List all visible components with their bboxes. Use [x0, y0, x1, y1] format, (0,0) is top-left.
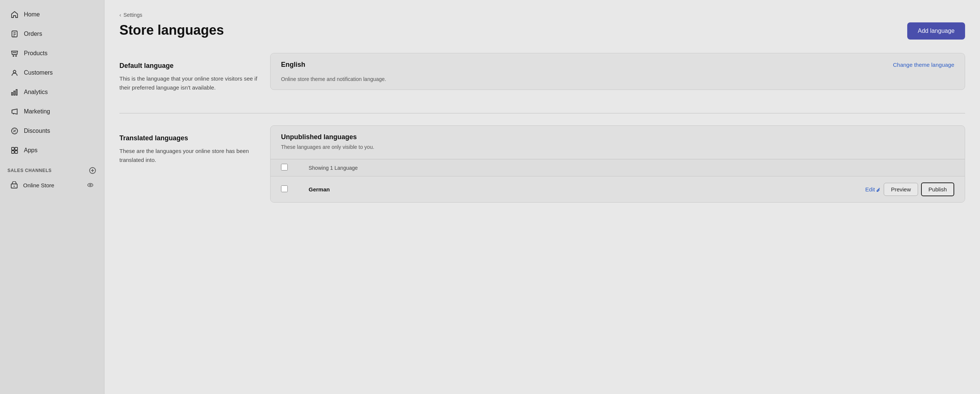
translated-languages-desc: Translated languages These are the langu…	[119, 126, 261, 173]
marketing-icon	[10, 108, 19, 116]
sidebar-item-analytics[interactable]: Analytics	[3, 83, 101, 102]
default-language-title: Default language	[119, 62, 261, 70]
home-icon	[10, 10, 19, 19]
breadcrumb[interactable]: ‹ Settings	[119, 12, 965, 18]
unpublished-card-header: Unpublished languages These languages ar…	[270, 126, 965, 159]
row-checkbox-cell	[270, 176, 298, 203]
default-language-section: Default language This is the language th…	[119, 53, 965, 101]
sidebar-item-products[interactable]: Products	[3, 44, 101, 63]
sidebar-item-discounts[interactable]: Discounts	[3, 122, 101, 140]
page-header: Store languages Add language	[119, 22, 965, 40]
change-theme-language-link[interactable]: Change theme language	[893, 62, 954, 68]
svg-point-13	[13, 130, 14, 130]
svg-point-25	[89, 184, 91, 186]
german-language-name: German	[298, 176, 558, 203]
german-checkbox[interactable]	[281, 186, 288, 192]
sidebar-item-apps[interactable]: Apps	[3, 141, 101, 160]
default-language-name: English	[281, 61, 305, 69]
svg-point-5	[16, 56, 16, 56]
store-icon	[10, 181, 18, 189]
svg-rect-18	[15, 151, 18, 153]
translated-languages-title: Translated languages	[119, 134, 261, 142]
sidebar-item-online-store[interactable]: Online Store	[3, 178, 101, 192]
orders-icon	[10, 30, 19, 38]
add-language-button[interactable]: Add language	[907, 22, 965, 40]
discounts-icon	[10, 127, 19, 135]
svg-rect-9	[14, 91, 15, 95]
edit-german-button[interactable]: Edit	[865, 186, 881, 192]
add-sales-channel-icon[interactable]	[88, 167, 97, 175]
header-checkbox-cell	[270, 159, 298, 176]
online-store-eye-icon[interactable]	[87, 182, 94, 188]
svg-rect-17	[11, 151, 14, 153]
translated-languages-description: These are the languages your online stor…	[119, 147, 261, 165]
publish-german-button[interactable]: Publish	[921, 183, 954, 196]
products-icon	[10, 49, 19, 57]
unpublished-languages-card: Unpublished languages These languages ar…	[270, 126, 965, 203]
default-language-description: This is the language that your online st…	[119, 74, 261, 92]
sidebar-item-home[interactable]: Home	[3, 5, 101, 24]
svg-rect-16	[15, 148, 18, 150]
table-count-header: Showing 1 Language	[298, 159, 558, 176]
languages-table: Showing 1 Language German Edit	[270, 159, 965, 202]
page-title: Store languages	[119, 22, 224, 38]
customers-icon	[10, 69, 19, 77]
analytics-icon	[10, 88, 19, 96]
sidebar-item-orders[interactable]: Orders	[3, 25, 101, 43]
table-header-row: Showing 1 Language	[270, 159, 965, 176]
svg-point-4	[13, 56, 14, 56]
unpublished-card-title: Unpublished languages	[281, 133, 954, 141]
table-row: German Edit Preview	[270, 176, 965, 203]
select-all-checkbox[interactable]	[281, 164, 288, 170]
svg-rect-15	[11, 148, 14, 150]
default-language-card: English Change theme language Online sto…	[270, 53, 965, 90]
sales-channels-label: SALES CHANNELS	[0, 160, 104, 177]
default-language-card-body: Online store theme and notification lang…	[270, 76, 965, 89]
svg-point-14	[15, 132, 16, 132]
svg-rect-8	[11, 92, 13, 95]
preview-german-button[interactable]: Preview	[884, 183, 918, 196]
sidebar-item-customers[interactable]: Customers	[3, 64, 101, 82]
breadcrumb-parent: Settings	[124, 12, 143, 18]
section-divider	[119, 113, 965, 113]
svg-point-24	[88, 184, 93, 187]
unpublished-card-description: These languages are only visible to you.	[281, 144, 954, 150]
breadcrumb-chevron-icon: ‹	[119, 12, 121, 18]
main-content: ‹ Settings Store languages Add language …	[105, 0, 980, 394]
translated-languages-section: Translated languages These are the langu…	[119, 126, 965, 203]
sidebar-item-marketing[interactable]: Marketing	[3, 102, 101, 121]
default-language-desc: Default language This is the language th…	[119, 53, 261, 101]
svg-point-7	[13, 70, 16, 73]
sidebar: Home Orders	[0, 0, 105, 394]
apps-icon	[10, 146, 19, 154]
german-row-actions: Edit Preview Publish	[558, 176, 965, 203]
default-language-card-header: English Change theme language	[270, 53, 965, 76]
svg-rect-10	[16, 89, 17, 95]
